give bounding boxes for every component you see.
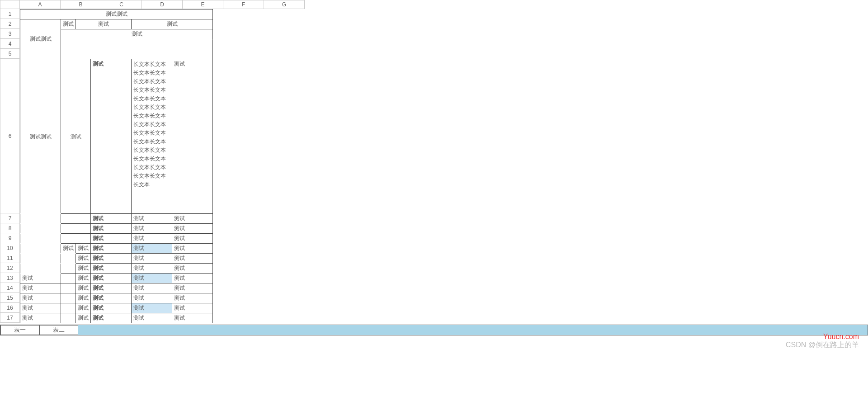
cell-b15[interactable] <box>61 293 76 303</box>
cell-d2[interactable]: 测试 <box>76 19 132 29</box>
cell-f2[interactable]: 测试 <box>132 19 213 29</box>
cell-d14[interactable]: 测试 <box>76 283 91 293</box>
cell-f8[interactable]: 测试 <box>132 224 172 234</box>
row-header-7[interactable]: 7 <box>0 213 20 223</box>
cell-f7[interactable]: 测试 <box>132 214 172 224</box>
row-header-2[interactable]: 2 <box>0 19 20 29</box>
cell-a15[interactable]: 测试 <box>20 293 61 303</box>
cell-e13[interactable]: 测试 <box>91 274 132 283</box>
cell-b9[interactable] <box>61 234 91 244</box>
cell-g14[interactable]: 测试 <box>172 283 213 293</box>
cell-b3[interactable]: 测试 <box>61 29 213 39</box>
col-header-e[interactable]: E <box>183 0 223 9</box>
cell-g16[interactable]: 测试 <box>172 303 213 313</box>
cell-g8[interactable]: 测试 <box>172 224 213 234</box>
cell-e6[interactable]: 测试 <box>91 59 132 214</box>
cell-g17[interactable]: 测试 <box>172 313 213 323</box>
cell-e17[interactable]: 测试 <box>91 313 132 323</box>
cell-g15[interactable]: 测试 <box>172 293 213 303</box>
cell-b11[interactable] <box>61 254 76 264</box>
cell-d10[interactable]: 测试 <box>76 244 91 254</box>
cell-b8[interactable] <box>61 224 91 234</box>
cell-b12[interactable] <box>61 264 76 274</box>
cell-e10[interactable]: 测试 <box>91 244 132 254</box>
cell-e14[interactable]: 测试 <box>91 283 132 293</box>
cell-a9[interactable] <box>20 234 61 244</box>
row-header-15[interactable]: 15 <box>0 293 20 303</box>
col-header-b[interactable]: B <box>61 0 101 9</box>
select-all-corner[interactable] <box>0 0 20 9</box>
col-header-c[interactable]: C <box>101 0 142 9</box>
cell-f12[interactable]: 测试 <box>132 264 172 274</box>
row-header-10[interactable]: 10 <box>0 243 20 253</box>
row-header-6[interactable]: 6 <box>0 59 20 213</box>
cell-e12[interactable]: 测试 <box>91 264 132 274</box>
cell-e9[interactable]: 测试 <box>91 234 132 244</box>
cell-d16[interactable]: 测试 <box>76 303 91 313</box>
cell-b17[interactable] <box>61 313 76 323</box>
row-header-8[interactable]: 8 <box>0 223 20 233</box>
cell-g9[interactable]: 测试 <box>172 234 213 244</box>
cell-b6[interactable]: 测试 <box>61 59 91 214</box>
cell-f17[interactable]: 测试 <box>132 313 172 323</box>
cell-f13[interactable]: 测试 <box>132 274 172 283</box>
cell-a14[interactable]: 测试 <box>20 283 61 293</box>
tab-sheet2[interactable]: 表二 <box>39 325 78 335</box>
row-header-17[interactable]: 17 <box>0 313 20 323</box>
cell-a12[interactable] <box>20 264 61 274</box>
cell-a16[interactable]: 测试 <box>20 303 61 313</box>
col-header-a[interactable]: A <box>20 0 61 9</box>
cell-g11[interactable]: 测试 <box>172 254 213 264</box>
cell-e8[interactable]: 测试 <box>91 224 132 234</box>
cell-f10[interactable]: 测试 <box>132 244 172 254</box>
data-table[interactable]: 测试测试 测试测试 测试 测试 测试 测试 测试测试 测 <box>20 9 213 323</box>
cell-d12[interactable]: 测试 <box>76 264 91 274</box>
cell-a10[interactable] <box>20 244 61 254</box>
cell-d13[interactable]: 测试 <box>76 274 91 283</box>
row-header-3[interactable]: 3 <box>0 29 20 39</box>
row-header-14[interactable]: 14 <box>0 283 20 293</box>
row-header-12[interactable]: 12 <box>0 263 20 273</box>
row-header-4[interactable]: 4 <box>0 39 20 49</box>
cell-d17[interactable]: 测试 <box>76 313 91 323</box>
cell-a2[interactable]: 测试测试 <box>20 19 61 59</box>
cell-f16[interactable]: 测试 <box>132 303 172 313</box>
row-header-5[interactable]: 5 <box>0 49 20 59</box>
cell-f15[interactable]: 测试 <box>132 293 172 303</box>
row-header-11[interactable]: 11 <box>0 253 20 263</box>
col-header-d[interactable]: D <box>142 0 183 9</box>
cell-b14[interactable] <box>61 283 76 293</box>
cell-a11[interactable] <box>20 254 61 264</box>
cell-g7[interactable]: 测试 <box>172 214 213 224</box>
cell-e11[interactable]: 测试 <box>91 254 132 264</box>
cell-g13[interactable]: 测试 <box>172 274 213 283</box>
cell-f9[interactable]: 测试 <box>132 234 172 244</box>
row-header-13[interactable]: 13 <box>0 273 20 283</box>
tab-sheet1[interactable]: 表一 <box>0 325 39 335</box>
cell-f14[interactable]: 测试 <box>132 283 172 293</box>
cell-a17[interactable]: 测试 <box>20 313 61 323</box>
row-header-16[interactable]: 16 <box>0 303 20 313</box>
cell-b10[interactable]: 测试 <box>61 244 76 254</box>
cell-d15[interactable]: 测试 <box>76 293 91 303</box>
cell-b16[interactable] <box>61 303 76 313</box>
cell-g12[interactable]: 测试 <box>172 264 213 274</box>
col-header-f[interactable]: F <box>223 0 264 9</box>
cell-a6[interactable]: 测试测试 <box>20 59 61 214</box>
cell-b5[interactable] <box>61 49 213 59</box>
row-header-1[interactable]: 1 <box>0 9 20 19</box>
cell-g6[interactable]: 测试 <box>172 59 213 214</box>
cell-a13[interactable]: 测试 <box>20 274 61 283</box>
cell-d11[interactable]: 测试 <box>76 254 91 264</box>
cell-e15[interactable]: 测试 <box>91 293 132 303</box>
cell-f11[interactable]: 测试 <box>132 254 172 264</box>
cell-b4[interactable] <box>61 39 213 49</box>
row-header-9[interactable]: 9 <box>0 233 20 243</box>
col-header-g[interactable]: G <box>264 0 305 9</box>
cell-a1[interactable]: 测试测试 <box>20 9 213 19</box>
cell-f6[interactable]: 长文本长文本长文本长文本长文本长文本长文本长文本长文本长文本长文本长文本长文本长… <box>132 59 172 214</box>
cell-a7[interactable] <box>20 214 61 224</box>
cell-a8[interactable] <box>20 224 61 234</box>
cell-g10[interactable]: 测试 <box>172 244 213 254</box>
cell-b2[interactable]: 测试 <box>61 19 76 29</box>
